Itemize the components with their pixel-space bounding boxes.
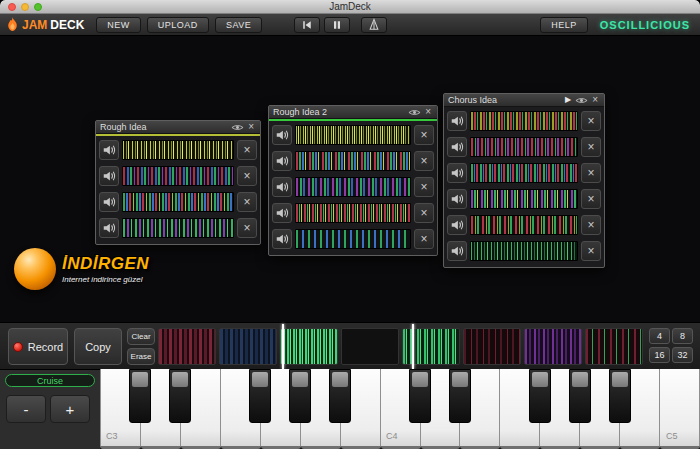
loop-slot[interactable]	[341, 328, 399, 365]
loop-strip[interactable]	[122, 166, 234, 186]
loop-slot[interactable]	[219, 328, 277, 365]
panel-header[interactable]: Chorus Idea ▶ ×	[444, 94, 604, 107]
remove-loop-button[interactable]: ×	[414, 125, 434, 145]
loop-strip[interactable]	[470, 241, 578, 261]
new-button[interactable]: NEW	[96, 17, 141, 33]
mute-speaker-button[interactable]	[272, 203, 292, 223]
loop-panel-rough-idea: Rough Idea × × ×	[95, 120, 261, 245]
remove-loop-button[interactable]: ×	[581, 137, 601, 157]
metronome-button[interactable]	[361, 17, 387, 33]
help-button[interactable]: HELP	[540, 17, 588, 33]
piano-black-key[interactable]	[609, 369, 631, 423]
erase-button[interactable]: Erase	[127, 348, 155, 365]
mute-speaker-button[interactable]	[272, 229, 292, 249]
piano-black-key[interactable]	[289, 369, 311, 423]
mute-speaker-button[interactable]	[447, 163, 467, 183]
loop-strip[interactable]	[470, 215, 578, 235]
loop-strip[interactable]	[470, 163, 578, 183]
piano-black-key[interactable]	[409, 369, 431, 423]
loop-strip[interactable]	[122, 140, 234, 160]
loop-strip[interactable]	[295, 125, 411, 145]
mute-speaker-button[interactable]	[99, 218, 119, 238]
remove-loop-button[interactable]: ×	[237, 192, 257, 212]
remove-loop-button[interactable]: ×	[237, 140, 257, 160]
close-panel-button[interactable]: ×	[246, 121, 256, 133]
visibility-toggle-button[interactable]	[406, 106, 423, 118]
clear-button[interactable]: Clear	[127, 328, 155, 345]
speaker-icon	[450, 114, 464, 128]
mute-speaker-button[interactable]	[447, 215, 467, 235]
mute-speaker-button[interactable]	[447, 241, 467, 261]
beats-4-button[interactable]: 4	[649, 328, 670, 344]
visibility-toggle-button[interactable]	[229, 121, 246, 133]
panel-header[interactable]: Rough Idea 2 ×	[269, 106, 437, 119]
remove-loop-button[interactable]: ×	[237, 166, 257, 186]
beats-16-button[interactable]: 16	[649, 347, 670, 363]
window-minimize-button[interactable]	[21, 3, 29, 11]
piano-black-key[interactable]	[449, 369, 471, 423]
mute-speaker-button[interactable]	[99, 192, 119, 212]
piano-black-key[interactable]	[569, 369, 591, 423]
mute-speaker-button[interactable]	[99, 166, 119, 186]
mute-speaker-button[interactable]	[272, 177, 292, 197]
loop-slot[interactable]	[158, 328, 216, 365]
mute-speaker-button[interactable]	[447, 189, 467, 209]
octave-up-button[interactable]: +	[50, 395, 90, 423]
remove-loop-button[interactable]: ×	[581, 215, 601, 235]
loop-slot[interactable]	[280, 328, 338, 365]
piano-black-key[interactable]	[529, 369, 551, 423]
piano-black-key[interactable]	[249, 369, 271, 423]
play-panel-button[interactable]: ▶	[563, 94, 573, 106]
mute-speaker-button[interactable]	[272, 151, 292, 171]
pause-button[interactable]	[324, 17, 350, 33]
loop-strip[interactable]	[295, 151, 411, 171]
loop-strip[interactable]	[470, 137, 578, 157]
speaker-icon	[102, 195, 116, 209]
mute-speaker-button[interactable]	[447, 111, 467, 131]
remove-loop-button[interactable]: ×	[581, 241, 601, 261]
window-close-button[interactable]	[8, 3, 16, 11]
octave-down-button[interactable]: -	[6, 395, 46, 423]
loop-strip[interactable]	[470, 111, 578, 131]
mute-speaker-button[interactable]	[99, 140, 119, 160]
cruise-button[interactable]: Cruise	[5, 374, 95, 387]
piano-black-key[interactable]	[129, 369, 151, 423]
upload-button[interactable]: UPLOAD	[147, 17, 209, 33]
remove-loop-button[interactable]: ×	[414, 203, 434, 223]
loop-strip[interactable]	[122, 218, 234, 238]
remove-loop-button[interactable]: ×	[414, 229, 434, 249]
remove-loop-button[interactable]: ×	[581, 189, 601, 209]
loop-slot[interactable]	[524, 328, 582, 365]
loop-strip[interactable]	[295, 177, 411, 197]
beats-8-button[interactable]: 8	[672, 328, 693, 344]
oscillicious-brand-link[interactable]: OSCILLICIOUS	[600, 19, 690, 31]
skip-to-start-button[interactable]	[294, 17, 320, 33]
mute-speaker-button[interactable]	[272, 125, 292, 145]
loop-strip[interactable]	[470, 189, 578, 209]
window-zoom-button[interactable]	[34, 3, 42, 11]
loop-slot[interactable]	[463, 328, 521, 365]
loop-strip[interactable]	[122, 192, 234, 212]
panel-header[interactable]: Rough Idea ×	[96, 121, 260, 134]
remove-loop-button[interactable]: ×	[237, 218, 257, 238]
loop-strip[interactable]	[295, 229, 411, 249]
app-logo: JAM DECK	[6, 17, 84, 32]
mute-speaker-button[interactable]	[447, 137, 467, 157]
remove-loop-button[interactable]: ×	[414, 151, 434, 171]
record-button[interactable]: Record	[8, 328, 68, 365]
close-icon: ×	[587, 167, 594, 179]
copy-button[interactable]: Copy	[74, 328, 122, 365]
loop-slot[interactable]	[585, 328, 643, 365]
close-panel-button[interactable]: ×	[590, 94, 600, 106]
piano-black-key[interactable]	[329, 369, 351, 423]
loop-slot[interactable]	[402, 328, 460, 365]
save-button[interactable]: SAVE	[215, 17, 262, 33]
remove-loop-button[interactable]: ×	[581, 111, 601, 131]
beats-32-button[interactable]: 32	[672, 347, 693, 363]
loop-strip[interactable]	[295, 203, 411, 223]
piano-black-key[interactable]	[169, 369, 191, 423]
remove-loop-button[interactable]: ×	[414, 177, 434, 197]
visibility-toggle-button[interactable]	[573, 94, 590, 106]
close-panel-button[interactable]: ×	[423, 106, 433, 118]
remove-loop-button[interactable]: ×	[581, 163, 601, 183]
